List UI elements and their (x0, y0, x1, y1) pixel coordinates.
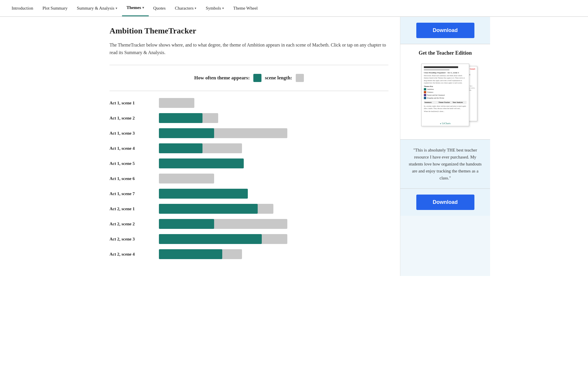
scenes-container: Act 1, scene 1 Act 1, scene 2 Act 1, sce… (110, 98, 388, 259)
teal-bar (159, 249, 222, 259)
divider-top (110, 65, 388, 65)
scene-label: Act 1, scene 6 (110, 176, 153, 181)
nav-item-characters[interactable]: Characters▾ (170, 1, 201, 16)
scene-row[interactable]: Act 1, scene 1 (110, 98, 388, 108)
scene-label: Act 1, scene 2 (110, 116, 153, 121)
teal-bar (159, 158, 244, 168)
scene-label: Act 1, scene 1 (110, 101, 153, 106)
teal-bar (159, 234, 262, 244)
scene-label: Act 1, scene 3 (110, 131, 153, 136)
scene-row[interactable]: Act 1, scene 2 (110, 113, 388, 123)
teacher-title: Get the Teacher Edition (407, 50, 483, 56)
quote-text: "This is absolutely THE best teacher res… (407, 147, 483, 181)
sidebar-teacher: Get the Teacher Edition Close Reading Or… (400, 44, 490, 140)
scene-label: Act 2, scene 4 (110, 252, 153, 257)
gray-bar (159, 98, 194, 108)
sidebar-download-top: Download (400, 17, 490, 44)
sidebar-quote: "This is absolutely THE best teacher res… (400, 140, 490, 189)
page-title: Ambition ThemeTracker (110, 26, 388, 35)
teal-bar (159, 143, 202, 153)
nav-item-theme-wheel[interactable]: Theme Wheel (229, 1, 262, 16)
bar-container (159, 249, 242, 259)
sidebar-download-bottom: Download (400, 189, 490, 216)
gray-swatch (296, 74, 304, 82)
bar-container (159, 219, 287, 229)
preview-page-1: Close Reading Organizer - Act 1, scene 1… (421, 64, 469, 126)
scene-row[interactable]: Act 1, scene 7 (110, 189, 388, 199)
main-nav: IntroductionPlot SummarySummary & Analys… (0, 0, 588, 17)
scene-label: Act 2, scene 3 (110, 237, 153, 242)
scene-row[interactable]: Act 2, scene 4 (110, 249, 388, 259)
nav-label-symbols: Symbols (206, 6, 221, 11)
legend-scene-label: scene length: (265, 75, 292, 81)
nav-item-symbols[interactable]: Symbols▾ (201, 1, 229, 16)
download-button-bottom[interactable]: Download (416, 195, 474, 210)
teal-bar (159, 189, 248, 199)
page-layout: Ambition ThemeTracker The ThemeTracker b… (98, 17, 490, 276)
legend: How often theme appears: scene length: (110, 74, 388, 82)
nav-label-plot-summary: Plot Summary (42, 6, 67, 11)
chevron-icon-summary-analysis: ▾ (116, 6, 117, 10)
nav-label-summary-analysis: Summary & Analysis (77, 6, 114, 11)
scene-row[interactable]: Act 1, scene 4 (110, 143, 388, 153)
teal-bar (159, 219, 214, 229)
nav-item-summary-analysis[interactable]: Summary & Analysis▾ (72, 1, 122, 16)
bar-container (159, 143, 242, 153)
sidebar: Download Get the Teacher Edition Close R… (400, 17, 490, 276)
teal-bar (159, 204, 258, 214)
scene-label: Act 2, scene 1 (110, 206, 153, 211)
legend-theme-label: How often theme appears: (194, 75, 250, 81)
nav-label-quotes: Quotes (153, 6, 166, 11)
nav-item-quotes[interactable]: Quotes (149, 1, 171, 16)
chevron-icon-themes: ▾ (142, 6, 144, 10)
scene-row[interactable]: Act 2, scene 3 (110, 234, 388, 244)
scene-label: Act 1, scene 5 (110, 161, 153, 166)
bar-container (159, 204, 273, 214)
nav-label-introduction: Introduction (12, 6, 33, 11)
teal-bar (159, 113, 202, 123)
scene-label: Act 2, scene 2 (110, 222, 153, 227)
scene-row[interactable]: Act 1, scene 3 (110, 128, 388, 138)
nav-item-themes[interactable]: Themes▾ (122, 0, 149, 16)
bar-container (159, 158, 244, 168)
nav-label-characters: Characters (175, 6, 193, 11)
bar-container (159, 128, 287, 138)
scene-row[interactable]: Act 2, scene 2 (110, 219, 388, 229)
scene-label: Act 1, scene 7 (110, 191, 153, 196)
nav-label-themes: Themes (127, 5, 141, 10)
bar-container (159, 174, 214, 183)
teal-swatch (253, 74, 261, 82)
download-button-top[interactable]: Download (416, 23, 474, 38)
main-content: Ambition ThemeTracker The ThemeTracker b… (98, 17, 400, 276)
description: The ThemeTracker below shows where, and … (110, 41, 388, 56)
scene-row[interactable]: Act 1, scene 5 (110, 158, 388, 168)
chevron-icon-characters: ▾ (195, 6, 196, 10)
chevron-icon-symbols: ▾ (222, 6, 224, 10)
gray-bar (159, 174, 214, 183)
nav-item-introduction[interactable]: Introduction (7, 1, 38, 16)
teal-bar (159, 128, 214, 138)
bar-container (159, 113, 218, 123)
bar-container (159, 189, 248, 199)
scene-row[interactable]: Act 1, scene 6 (110, 174, 388, 183)
bar-container (159, 98, 194, 108)
nav-label-theme-wheel: Theme Wheel (233, 6, 258, 11)
nav-item-plot-summary[interactable]: Plot Summary (38, 1, 72, 16)
divider-legend (110, 91, 388, 91)
scene-row[interactable]: Act 2, scene 1 (110, 204, 388, 214)
bar-container (159, 234, 287, 244)
scene-label: Act 1, scene 4 (110, 146, 153, 151)
